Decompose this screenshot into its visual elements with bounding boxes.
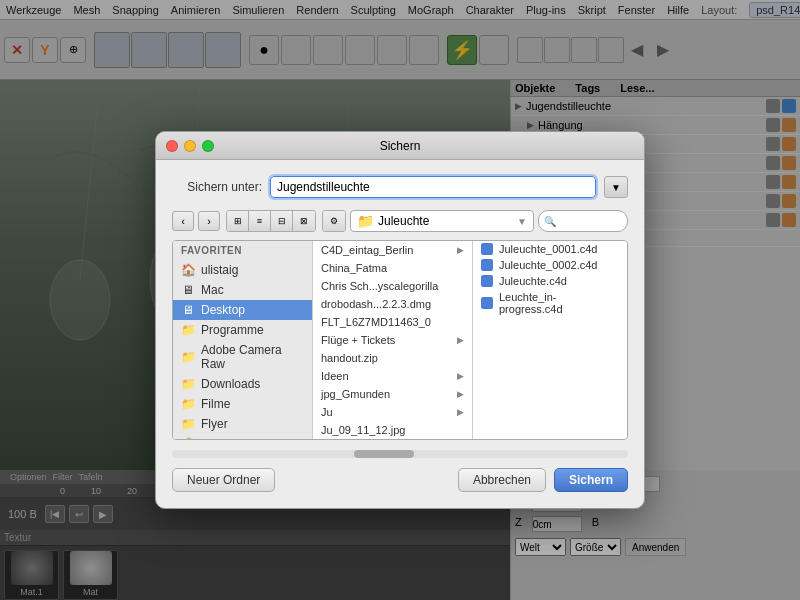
- minimize-btn[interactable]: [184, 140, 196, 152]
- file-juleuchte-0001[interactable]: Juleuchte_0001.c4d: [473, 241, 627, 257]
- folder-label-fluge: Flüge + Tickets: [321, 334, 395, 346]
- folder-ideen[interactable]: Ideen ▶: [313, 367, 472, 385]
- folder-arrow-7: ▶: [457, 371, 464, 381]
- folder-chris[interactable]: Chris Sch...yscalegorilla: [313, 277, 472, 295]
- view-list-btn[interactable]: ≡: [249, 211, 271, 231]
- folder-icon-flyer: 📁: [181, 417, 195, 431]
- save-button[interactable]: Sichern: [554, 468, 628, 492]
- filename-row: Sichern unter: ▼: [172, 176, 628, 198]
- filename-input[interactable]: [270, 176, 596, 198]
- save-dialog: Sichern Sichern unter: ▼ ‹ › ⊞ ≡ ⊟ ⊠: [155, 131, 645, 509]
- folder-label-ju-jpg: Ju_09_11_12.jpg: [321, 424, 405, 436]
- desktop-icon: 🖥: [181, 303, 195, 317]
- c4d-file-icon-3: [481, 275, 493, 287]
- folder-fluge[interactable]: Flüge + Tickets ▶: [313, 331, 472, 349]
- folder-arrow-0: ▶: [457, 245, 464, 255]
- fav-label-ulistaig: ulistaig: [201, 263, 238, 277]
- new-folder-button[interactable]: Neuer Ordner: [172, 468, 275, 492]
- action-btn[interactable]: ⚙: [323, 211, 345, 231]
- folder-label-chris: Chris Sch...yscalegorilla: [321, 280, 438, 292]
- fav-desktop[interactable]: 🖥 Desktop: [173, 300, 312, 320]
- fav-label-downloads: Downloads: [201, 377, 260, 391]
- dialog-titlebar: Sichern: [156, 132, 644, 160]
- folder-label-drobodash: drobodash...2.2.3.dmg: [321, 298, 431, 310]
- folder-label-ideen: Ideen: [321, 370, 349, 382]
- fav-filme[interactable]: 📁 Filme: [173, 394, 312, 414]
- folder-china-fatma[interactable]: China_Fatma: [313, 259, 472, 277]
- file-label-leuchte-in-progress: Leuchte_in-progress.c4d: [499, 291, 619, 315]
- view-icon-btn[interactable]: ⊞: [227, 211, 249, 231]
- browser-scrollbar[interactable]: [172, 450, 628, 458]
- fav-ulistaig[interactable]: 🏠 ulistaig: [173, 260, 312, 280]
- file-label-juleuchte: Juleuchte.c4d: [499, 275, 567, 287]
- folder-label-jpg-gmunden: jpg_Gmunden: [321, 388, 390, 400]
- back-nav-btn[interactable]: ‹: [172, 211, 194, 231]
- folder-c4d-berlin[interactable]: C4D_eintag_Berlin ▶: [313, 241, 472, 259]
- fav-camera-raw[interactable]: 📁 Adobe Camera Raw: [173, 340, 312, 374]
- file-juleuchte[interactable]: Juleuchte.c4d: [473, 273, 627, 289]
- folder-ju[interactable]: Ju ▶: [313, 403, 472, 421]
- fav-downloads[interactable]: 📁 Downloads: [173, 374, 312, 394]
- nav-bar: ‹ › ⊞ ≡ ⊟ ⊠ ⚙ 📁 Juleuchte ▼ 🔍: [172, 210, 628, 232]
- action-btn-group: ⚙: [322, 210, 346, 232]
- folder-name: Juleuchte: [378, 214, 429, 228]
- folder-drobodash[interactable]: drobodash...2.2.3.dmg: [313, 295, 472, 313]
- dialog-title: Sichern: [380, 139, 421, 153]
- folder-icon-filme: 📁: [181, 397, 195, 411]
- fav-label-mac: Mac: [201, 283, 224, 297]
- save-label: Sichern unter:: [172, 180, 262, 194]
- dialog-body: Sichern unter: ▼ ‹ › ⊞ ≡ ⊟ ⊠ ⚙ 📁: [156, 160, 644, 508]
- close-btn[interactable]: [166, 140, 178, 152]
- folder-handout[interactable]: handout.zip: [313, 349, 472, 367]
- view-cols-btn[interactable]: ⊟: [271, 211, 293, 231]
- fav-dropbox[interactable]: 📦 Dropbox: [173, 434, 312, 439]
- computer-icon: 🖥: [181, 283, 195, 297]
- fav-label-camera-raw: Adobe Camera Raw: [201, 343, 304, 371]
- browser-area: FAVORITEN 🏠 ulistaig 🖥 Mac 🖥 Desktop: [172, 240, 628, 440]
- fav-label-programme: Programme: [201, 323, 264, 337]
- favorites-header: FAVORITEN: [173, 241, 312, 260]
- zoom-btn[interactable]: [202, 140, 214, 152]
- folder-label-ju: Ju: [321, 406, 333, 418]
- view-btn-group: ⊞ ≡ ⊟ ⊠: [226, 210, 316, 232]
- fav-label-flyer: Flyer: [201, 417, 228, 431]
- folder-icon-cameraraw: 📁: [181, 350, 195, 364]
- house-icon: 🏠: [181, 263, 195, 277]
- folder-icon-dropbox: 📦: [181, 437, 195, 439]
- cancel-button[interactable]: Abbrechen: [458, 468, 546, 492]
- forward-nav-btn[interactable]: ›: [198, 211, 220, 231]
- fav-label-desktop: Desktop: [201, 303, 245, 317]
- fav-label-filme: Filme: [201, 397, 230, 411]
- favorites-panel: FAVORITEN 🏠 ulistaig 🖥 Mac 🖥 Desktop: [173, 241, 313, 439]
- view-flow-btn[interactable]: ⊠: [293, 211, 315, 231]
- file-juleuchte-0002[interactable]: Juleuchte_0002.c4d: [473, 257, 627, 273]
- filename-dropdown-btn[interactable]: ▼: [604, 176, 628, 198]
- c4d-file-icon-4: [481, 297, 493, 309]
- folder-jpg-gmunden[interactable]: jpg_Gmunden ▶: [313, 385, 472, 403]
- folder-label-flt: FLT_L6Z7MD11463_0: [321, 316, 431, 328]
- c4d-file-icon-1: [481, 243, 493, 255]
- folder-label-china-fatma: China_Fatma: [321, 262, 387, 274]
- dialog-overlay: Sichern Sichern unter: ▼ ‹ › ⊞ ≡ ⊟ ⊠: [0, 0, 800, 600]
- folders-panel: C4D_eintag_Berlin ▶ China_Fatma Chris Sc…: [313, 241, 473, 439]
- folder-icon-downloads: 📁: [181, 377, 195, 391]
- c4d-file-icon-2: [481, 259, 493, 271]
- folder-ju-jpg[interactable]: Ju_09_11_12.jpg: [313, 421, 472, 439]
- folder-arrow-5: ▶: [457, 335, 464, 345]
- folder-arrow-8: ▶: [457, 389, 464, 399]
- search-wrap: 🔍: [538, 210, 628, 232]
- traffic-lights: [166, 140, 214, 152]
- folder-label-c4d-berlin: C4D_eintag_Berlin: [321, 244, 413, 256]
- folder-label-handout: handout.zip: [321, 352, 378, 364]
- folder-flt[interactable]: FLT_L6Z7MD11463_0: [313, 313, 472, 331]
- folder-arrow-9: ▶: [457, 407, 464, 417]
- fav-programme[interactable]: 📁 Programme: [173, 320, 312, 340]
- scrollbar-thumb[interactable]: [354, 450, 414, 458]
- file-leuchte-in-progress[interactable]: Leuchte_in-progress.c4d: [473, 289, 627, 317]
- folder-select[interactable]: 📁 Juleuchte ▼: [350, 210, 534, 232]
- files-panel: Juleuchte_0001.c4d Juleuchte_0002.c4d Ju…: [473, 241, 627, 439]
- fav-flyer[interactable]: 📁 Flyer: [173, 414, 312, 434]
- fav-label-dropbox: Dropbox: [201, 437, 246, 439]
- search-icon: 🔍: [544, 216, 556, 227]
- fav-mac[interactable]: 🖥 Mac: [173, 280, 312, 300]
